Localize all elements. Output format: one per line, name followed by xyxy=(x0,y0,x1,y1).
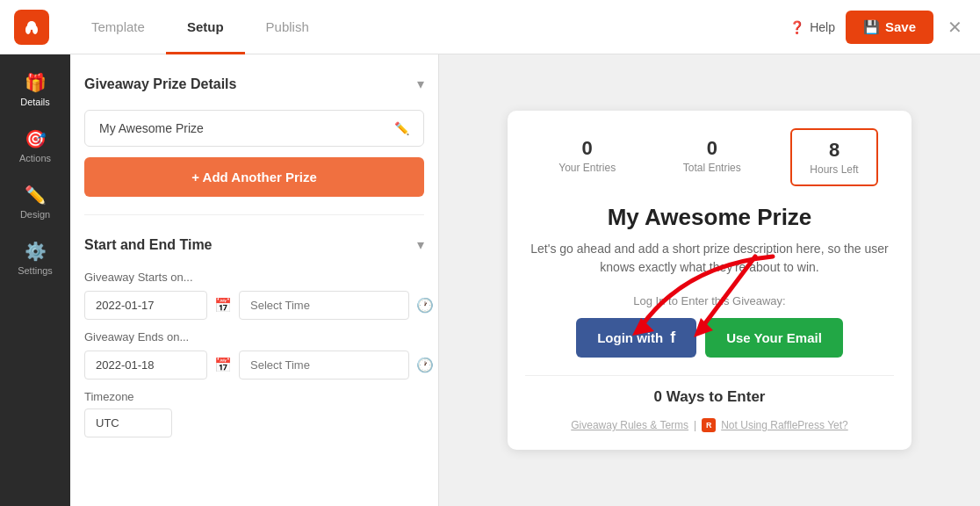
timezone-value: UTC xyxy=(84,408,172,437)
details-icon: 🎁 xyxy=(25,72,47,93)
nav-tab-setup[interactable]: Setup xyxy=(166,2,245,54)
login-email-label: Use Your Email xyxy=(726,330,822,345)
login-buttons: Login with f Use Your Email xyxy=(525,318,894,358)
top-nav: Template Setup Publish ❓ Help 💾 Save ✕ xyxy=(0,0,980,54)
save-icon: 💾 xyxy=(863,19,880,35)
close-button[interactable]: ✕ xyxy=(944,13,966,41)
time-section-title: Start and End Time xyxy=(84,237,213,253)
end-date-input[interactable] xyxy=(84,351,207,380)
end-calendar-icon[interactable]: 📅 xyxy=(214,357,232,373)
help-circle-icon: ❓ xyxy=(789,20,804,34)
prize-section-title: Giveaway Prize Details xyxy=(84,76,236,92)
right-panel: 0 Your Entries 0 Total Entries 8 Hours L… xyxy=(439,54,980,506)
sidebar-item-settings[interactable]: ⚙️ Settings xyxy=(0,230,70,286)
login-fb-label: Login with xyxy=(597,330,663,345)
nav-right: ❓ Help 💾 Save ✕ xyxy=(789,11,966,44)
start-calendar-icon[interactable]: 📅 xyxy=(214,297,232,314)
hours-left-label: Hours Left xyxy=(810,163,858,176)
prize-name: My Awesome Prize xyxy=(99,121,204,135)
hours-left-value: 8 xyxy=(810,139,858,162)
preview-card: 0 Your Entries 0 Total Entries 8 Hours L… xyxy=(508,111,912,450)
add-prize-label: + Add Another Prize xyxy=(191,170,317,184)
your-entries-label: Your Entries xyxy=(558,162,616,174)
your-entries-value: 0 xyxy=(558,137,616,160)
ends-label: Giveaway Ends on... xyxy=(84,330,424,343)
design-icon: ✏️ xyxy=(25,184,47,206)
end-time-icon[interactable]: 🕐 xyxy=(416,357,434,373)
left-panel: Giveaway Prize Details ▾ My Awesome Priz… xyxy=(70,54,439,506)
ways-to-enter: 0 Ways to Enter xyxy=(525,375,894,406)
total-entries-label: Total Entries xyxy=(683,162,741,174)
prize-item: My Awesome Prize ✏️ xyxy=(84,110,424,147)
starts-label: Giveaway Starts on... xyxy=(84,271,424,284)
prize-chevron-icon[interactable]: ▾ xyxy=(417,76,424,92)
footer-divider: | xyxy=(694,419,696,431)
section-divider xyxy=(84,214,424,215)
logo-icon xyxy=(21,17,42,38)
hours-left-stat: 8 Hours Left xyxy=(790,128,877,186)
end-date-row: 📅 🕐 xyxy=(84,351,424,380)
prize-section-header: Giveaway Prize Details ▾ xyxy=(84,69,424,99)
time-chevron-icon[interactable]: ▾ xyxy=(417,236,424,253)
start-date-input[interactable] xyxy=(84,291,207,320)
preview-prize-desc: Let's go ahead and add a short prize des… xyxy=(525,240,894,277)
sidebar: 🎁 Details 🎯 Actions ✏️ Design ⚙️ Setting… xyxy=(0,54,70,506)
start-time-icon[interactable]: 🕐 xyxy=(416,297,434,314)
logo xyxy=(14,10,49,45)
sidebar-item-actions[interactable]: 🎯 Actions xyxy=(0,118,70,174)
login-facebook-button[interactable]: Login with f xyxy=(576,318,696,358)
save-button[interactable]: 💾 Save xyxy=(846,11,933,44)
ways-title: 0 Ways to Enter xyxy=(525,388,894,406)
stats-row: 0 Your Entries 0 Total Entries 8 Hours L… xyxy=(525,128,894,186)
start-time-input[interactable] xyxy=(239,291,409,320)
end-time-input[interactable] xyxy=(239,351,409,380)
sidebar-item-details[interactable]: 🎁 Details xyxy=(0,61,70,118)
total-entries-stat: 0 Total Entries xyxy=(666,128,759,186)
svg-point-1 xyxy=(25,25,31,34)
facebook-icon: f xyxy=(670,329,675,347)
svg-point-2 xyxy=(32,25,38,34)
date-section: Giveaway Starts on... 📅 🕐 Giveaway Ends … xyxy=(84,271,424,437)
footer-links: Giveaway Rules & Terms | R Not Using Raf… xyxy=(525,418,894,432)
time-section-header: Start and End Time ▾ xyxy=(84,229,424,260)
add-prize-button[interactable]: + Add Another Prize xyxy=(84,157,424,197)
nav-tab-publish[interactable]: Publish xyxy=(245,2,330,54)
not-using-link[interactable]: Not Using RafflePress Yet? xyxy=(721,419,848,431)
preview-prize-title: My Awesome Prize xyxy=(525,204,894,231)
login-email-button[interactable]: Use Your Email xyxy=(705,318,843,358)
rafflepress-logo-icon: R xyxy=(702,418,716,432)
total-entries-value: 0 xyxy=(683,137,741,160)
nav-tabs: Template Setup Publish xyxy=(70,1,789,53)
edit-prize-icon[interactable]: ✏️ xyxy=(394,121,409,135)
sidebar-item-design[interactable]: ✏️ Design xyxy=(0,174,70,230)
actions-icon: 🎯 xyxy=(25,128,47,149)
giveaway-rules-link[interactable]: Giveaway Rules & Terms xyxy=(571,419,688,431)
settings-icon: ⚙️ xyxy=(25,241,47,262)
timezone-label: Timezone xyxy=(84,390,424,403)
login-label: Log In to Enter this Giveaway: xyxy=(525,294,894,307)
help-button[interactable]: ❓ Help xyxy=(789,20,835,34)
nav-tab-template[interactable]: Template xyxy=(70,2,166,54)
start-date-row: 📅 🕐 xyxy=(84,291,424,320)
your-entries-stat: 0 Your Entries xyxy=(541,128,633,186)
main-layout: 🎁 Details 🎯 Actions ✏️ Design ⚙️ Setting… xyxy=(0,54,980,506)
